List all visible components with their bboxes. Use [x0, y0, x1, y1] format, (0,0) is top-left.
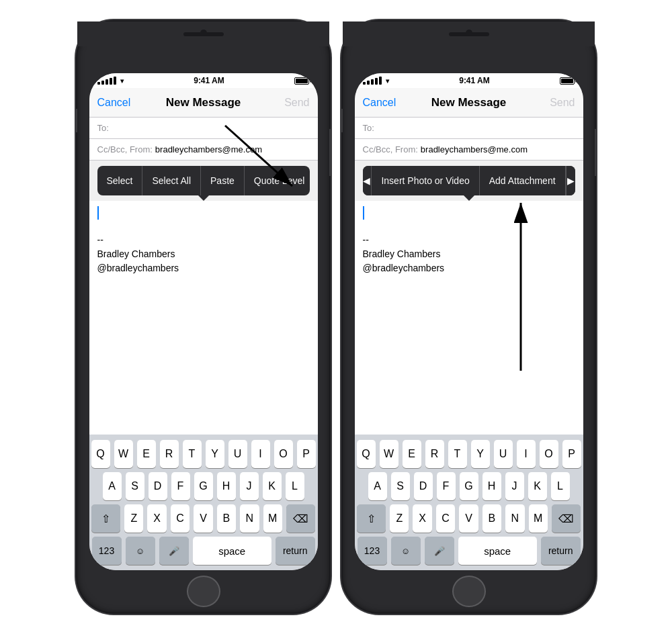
key-l-right[interactable]: L	[551, 472, 570, 500]
key-r-left[interactable]: R	[160, 440, 179, 468]
key-z-left[interactable]: Z	[124, 504, 143, 533]
key-a-left[interactable]: A	[103, 472, 122, 500]
phone-left-speaker	[183, 32, 224, 36]
num-key-right[interactable]: 123	[358, 537, 387, 565]
context-arrow-right-right[interactable]: ▶	[566, 166, 575, 195]
context-quote-left[interactable]: Quote Level	[245, 166, 310, 195]
key-w-left[interactable]: W	[114, 440, 133, 468]
phone-right-screen: ▾ 9:41 AM Cancel New Message Send	[355, 73, 583, 570]
key-a-right[interactable]: A	[368, 472, 387, 500]
return-key-left[interactable]: return	[276, 537, 315, 565]
key-j-left[interactable]: J	[240, 472, 259, 500]
key-y-left[interactable]: Y	[206, 440, 224, 468]
context-select-left[interactable]: Select	[97, 166, 143, 195]
key-c-left[interactable]: C	[171, 504, 190, 533]
signal-dot-5-right	[379, 77, 382, 85]
ccbcc-field-left[interactable]: Cc/Bcc, From: bradleychambers@me.com	[89, 139, 318, 161]
key-b-right[interactable]: B	[482, 504, 501, 533]
return-key-right[interactable]: return	[541, 537, 581, 565]
to-field-right[interactable]: To:	[355, 118, 583, 139]
key-h-right[interactable]: H	[482, 472, 501, 500]
ccbcc-field-right[interactable]: Cc/Bcc, From: bradleychambers@me.com	[355, 139, 583, 161]
key-row-3-left: ⇧ Z X C V B N M ⌫	[92, 504, 315, 533]
delete-key-left[interactable]: ⌫	[286, 504, 315, 533]
to-field-left[interactable]: To:	[89, 118, 318, 139]
signal-dot-3-right	[371, 79, 374, 85]
key-k-right[interactable]: K	[528, 472, 547, 500]
key-p-right[interactable]: P	[562, 440, 581, 468]
signature-right: -- Bradley Chambers @bradleychambers	[363, 233, 575, 275]
key-w-right[interactable]: W	[380, 440, 398, 468]
home-button-left[interactable]	[187, 576, 220, 607]
menu-tip-left	[198, 195, 209, 201]
key-q-right[interactable]: Q	[357, 440, 376, 468]
shift-key-left[interactable]: ⇧	[91, 504, 120, 533]
num-key-left[interactable]: 123	[92, 537, 122, 565]
send-button-right[interactable]: Send	[522, 97, 575, 109]
key-h-left[interactable]: H	[217, 472, 236, 500]
context-arrow-left-right[interactable]: ◀	[363, 166, 372, 195]
delete-key-right[interactable]: ⌫	[552, 504, 581, 533]
space-key-left[interactable]: space	[193, 537, 271, 565]
key-p-left[interactable]: P	[297, 440, 316, 468]
home-button-right[interactable]	[452, 576, 486, 607]
key-g-left[interactable]: G	[194, 472, 213, 500]
key-i-left[interactable]: I	[251, 440, 270, 468]
key-k-left[interactable]: K	[263, 472, 282, 500]
cancel-button-left[interactable]: Cancel	[97, 97, 151, 109]
key-x-left[interactable]: X	[147, 504, 166, 533]
key-c-right[interactable]: C	[436, 504, 455, 533]
context-menu-left-wrapper: Select Select All Paste Quote Level ▶	[97, 166, 310, 195]
emoji-key-right[interactable]: ☺	[391, 537, 421, 565]
compose-body-right[interactable]: -- Bradley Chambers @bradleychambers	[355, 201, 583, 435]
key-z-right[interactable]: Z	[390, 504, 409, 533]
shift-key-right[interactable]: ⇧	[357, 504, 386, 533]
key-g-right[interactable]: G	[460, 472, 478, 500]
key-x-right[interactable]: X	[413, 504, 431, 533]
key-n-left[interactable]: N	[240, 504, 259, 533]
key-q-left[interactable]: Q	[91, 440, 110, 468]
mic-key-right[interactable]: 🎤	[425, 537, 454, 565]
nav-title-right: New Message	[416, 96, 522, 109]
key-i-right[interactable]: I	[517, 440, 536, 468]
compose-body-left[interactable]: -- Bradley Chambers @bradleychambers	[89, 201, 318, 435]
signal-dot-4-right	[375, 78, 378, 85]
context-add-attachment-right[interactable]: Add Attachment	[480, 166, 566, 195]
key-f-right[interactable]: F	[437, 472, 456, 500]
key-b-left[interactable]: B	[217, 504, 236, 533]
phone-left-navbar: Cancel New Message Send	[89, 88, 318, 118]
key-row-1-left: Q W E R T Y U I O P	[92, 440, 315, 468]
key-v-left[interactable]: V	[194, 504, 212, 533]
key-d-left[interactable]: D	[149, 472, 167, 500]
emoji-key-left[interactable]: ☺	[126, 537, 155, 565]
key-e-left[interactable]: E	[137, 440, 156, 468]
key-j-right[interactable]: J	[505, 472, 524, 500]
key-e-right[interactable]: E	[403, 440, 421, 468]
key-t-right[interactable]: T	[448, 440, 467, 468]
key-y-right[interactable]: Y	[471, 440, 490, 468]
key-m-right[interactable]: M	[529, 504, 548, 533]
key-u-left[interactable]: U	[228, 440, 247, 468]
send-button-left[interactable]: Send	[257, 97, 310, 109]
context-insert-photo-right[interactable]: Insert Photo or Video	[372, 166, 479, 195]
key-f-left[interactable]: F	[171, 472, 190, 500]
key-r-right[interactable]: R	[425, 440, 444, 468]
key-l-left[interactable]: L	[286, 472, 304, 500]
key-n-right[interactable]: N	[505, 504, 524, 533]
key-m-left[interactable]: M	[263, 504, 282, 533]
key-s-right[interactable]: S	[391, 472, 410, 500]
key-u-right[interactable]: U	[494, 440, 513, 468]
signal-dot-5	[114, 77, 116, 85]
key-d-right[interactable]: D	[414, 472, 433, 500]
context-paste-left[interactable]: Paste	[201, 166, 245, 195]
key-o-left[interactable]: O	[274, 440, 293, 468]
context-select-all-left[interactable]: Select All	[142, 166, 201, 195]
battery-fill-left	[296, 79, 308, 83]
mic-key-left[interactable]: 🎤	[159, 537, 189, 565]
key-t-left[interactable]: T	[183, 440, 202, 468]
key-s-left[interactable]: S	[126, 472, 144, 500]
space-key-right[interactable]: space	[458, 537, 537, 565]
key-v-right[interactable]: V	[459, 504, 478, 533]
cancel-button-right[interactable]: Cancel	[363, 97, 416, 109]
key-o-right[interactable]: O	[540, 440, 558, 468]
